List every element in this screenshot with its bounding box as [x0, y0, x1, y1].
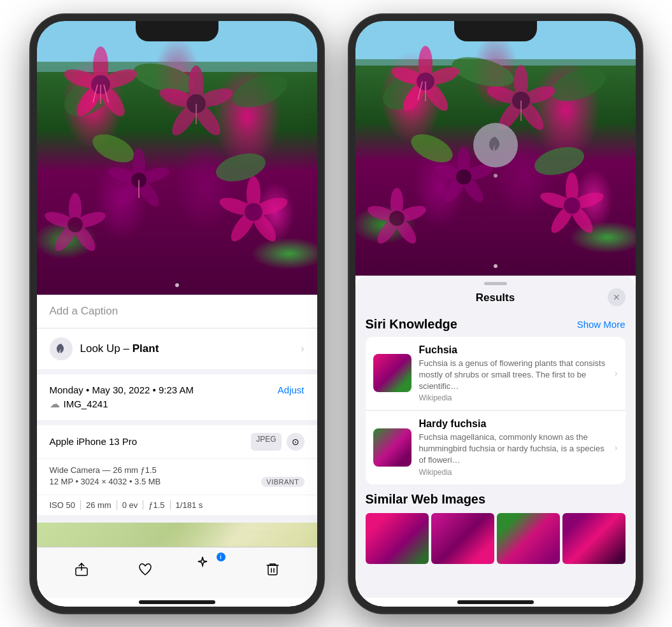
fuchsia-chevron: › — [615, 368, 618, 378]
web-image-3[interactable] — [497, 513, 560, 564]
camera-details: Wide Camera — 26 mm ƒ1.5 12 MP • 3024 × … — [37, 458, 317, 495]
web-image-1[interactable] — [366, 513, 429, 564]
left-phone-screen: Add a Caption Look Up – Plant › — [37, 21, 317, 607]
lookup-chevron: › — [301, 343, 304, 355]
right-phone: Results ✕ Siri Knowledge Show More — [349, 15, 642, 613]
hardy-thumbnail — [373, 428, 411, 467]
map-overlay — [37, 523, 317, 547]
lookup-icon — [50, 337, 73, 360]
cloud-icon: ☁ — [50, 398, 60, 410]
knowledge-item-fuchsia[interactable]: Fuchsia Fuchsia is a genus of flowering … — [366, 337, 626, 411]
right-notch — [454, 21, 537, 41]
results-panel: Results ✕ Siri Knowledge Show More — [355, 276, 636, 598]
svg-point-75 — [564, 197, 580, 214]
svg-point-69 — [456, 169, 471, 185]
right-photo-display — [355, 21, 636, 276]
photo-display[interactable] — [37, 21, 317, 295]
lookup-subject: Plant — [132, 342, 159, 355]
knowledge-item-hardy[interactable]: Hardy fuchsia Fuchsia magellanica, commo… — [366, 410, 626, 484]
jpeg-badge: JPEG — [251, 433, 281, 451]
svg-point-5 — [213, 148, 269, 186]
camera-detail-line1: Wide Camera — 26 mm ƒ1.5 — [50, 465, 304, 475]
device-name: Apple iPhone 13 Pro — [50, 436, 138, 447]
adjust-button[interactable]: Adjust — [278, 384, 304, 395]
focal-value: 26 mm — [81, 500, 117, 510]
siri-leaf-icon — [484, 134, 507, 157]
fuchsia-source: Wikipedia — [419, 393, 607, 402]
camera-detail-line2: 12 MP • 3024 × 4032 • 3.5 MB VIBRANT — [50, 477, 304, 486]
svg-point-35 — [68, 217, 83, 232]
hardy-description: Fuchsia magellanica, commonly known as t… — [419, 432, 607, 467]
svg-point-50 — [406, 128, 457, 167]
fuchsia-thumbnail — [373, 354, 411, 392]
exif-row: ISO 50 26 mm 0 ev ƒ1.5 1/181 s — [37, 495, 317, 515]
vibrant-badge: VIBRANT — [261, 477, 304, 487]
svg-point-51 — [531, 142, 587, 180]
trash-icon — [265, 561, 280, 577]
leaf-icon — [55, 342, 68, 355]
hardy-source: Wikipedia — [419, 468, 607, 477]
hardy-name: Hardy fuchsia — [419, 418, 607, 430]
svg-point-81 — [389, 211, 404, 226]
svg-point-29 — [245, 203, 262, 221]
svg-point-49 — [547, 61, 610, 107]
hardy-text: Hardy fuchsia Fuchsia magellanica, commo… — [419, 418, 607, 477]
svg-rect-43 — [268, 565, 277, 575]
results-content[interactable]: Siri Knowledge Show More Fuchsia Fuchsia… — [355, 309, 636, 598]
notch — [136, 21, 218, 41]
web-images-grid[interactable] — [366, 513, 626, 564]
caption-placeholder: Add a Caption — [50, 305, 118, 317]
badge-row: JPEG ⊙ — [251, 433, 304, 451]
web-image-4[interactable] — [562, 513, 626, 564]
hardy-thumb-image — [373, 428, 411, 467]
date-row: Monday • May 30, 2022 • 9:23 AM Adjust — [50, 384, 304, 395]
lookup-row[interactable]: Look Up – Plant › — [37, 328, 317, 369]
fuchsia-text: Fuchsia Fuchsia is a genus of flowering … — [419, 344, 607, 403]
filename-row: ☁ IMG_4241 — [50, 398, 304, 410]
siri-knowledge-header: Siri Knowledge Show More — [366, 309, 626, 337]
fuchsia-thumb-image — [373, 354, 411, 392]
left-scroll-area[interactable]: Look Up – Plant › Monday • May 30, 2022 … — [37, 328, 317, 547]
date-section: Monday • May 30, 2022 • 9:23 AM Adjust ☁… — [37, 374, 317, 420]
camera-settings-icon[interactable]: ⊙ — [287, 433, 304, 451]
ev-value: 0 ev — [117, 500, 144, 510]
share-icon — [74, 561, 89, 577]
fuchsia-name: Fuchsia — [419, 344, 607, 356]
web-images-section: Similar Web Images — [366, 492, 626, 574]
aperture-value: ƒ1.5 — [143, 500, 170, 510]
web-image-2[interactable] — [431, 513, 494, 564]
flower-svg — [37, 21, 317, 295]
iso-value: ISO 50 — [50, 500, 81, 510]
info-button[interactable]: i — [195, 555, 223, 583]
show-more-button[interactable]: Show More — [577, 319, 626, 330]
left-phone: Add a Caption Look Up – Plant › — [31, 15, 324, 613]
info-badge: i — [217, 553, 225, 561]
right-home-indicator — [457, 600, 534, 604]
sparkle-info-icon — [195, 555, 210, 570]
svg-point-4 — [88, 128, 138, 167]
heart-icon — [138, 561, 153, 577]
map-preview[interactable] — [37, 523, 317, 547]
favorite-button[interactable] — [131, 555, 159, 583]
shutter-value: 1/181 s — [171, 500, 208, 510]
siri-bubble[interactable] — [473, 123, 518, 167]
close-button[interactable]: ✕ — [608, 288, 626, 306]
bottom-toolbar: i — [37, 547, 317, 598]
svg-point-3 — [228, 67, 292, 113]
caption-area[interactable]: Add a Caption — [37, 295, 317, 328]
filename-text: IMG_4241 — [64, 398, 108, 409]
home-indicator — [139, 600, 215, 604]
share-button[interactable] — [68, 555, 96, 583]
info-badge-label: i — [220, 554, 222, 560]
web-images-title: Similar Web Images — [366, 492, 626, 507]
date-text: Monday • May 30, 2022 • 9:23 AM — [50, 384, 194, 395]
fuchsia-description: Fuchsia is a genus of flowering plants t… — [419, 358, 607, 393]
results-header: Results ✕ — [355, 285, 636, 309]
delete-button[interactable] — [259, 555, 287, 583]
device-row: Apple iPhone 13 Pro JPEG ⊙ — [37, 425, 317, 458]
close-icon: ✕ — [613, 292, 620, 302]
results-title: Results — [476, 292, 515, 304]
right-photo-dot-indicator — [494, 264, 497, 268]
siri-knowledge-title: Siri Knowledge — [366, 317, 457, 332]
lookup-label: Look Up – Plant — [80, 342, 159, 355]
